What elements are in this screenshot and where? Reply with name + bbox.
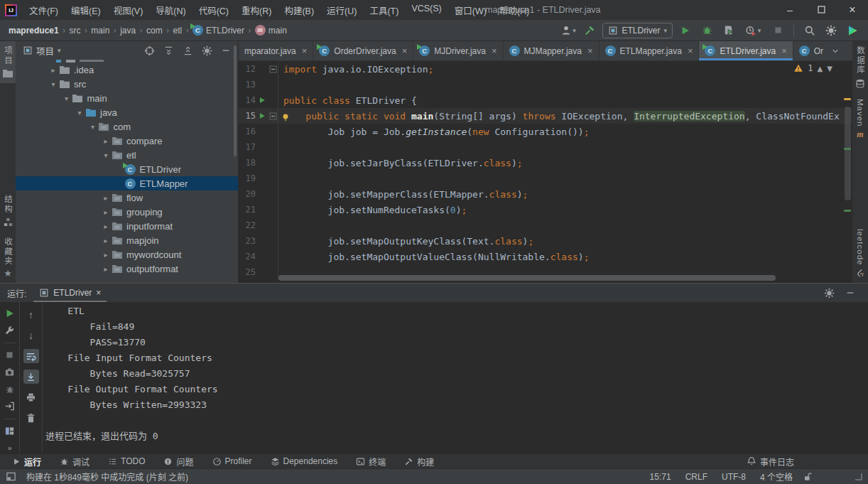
console-settings-button[interactable] — [821, 286, 837, 300]
tree-item-outputformat[interactable]: ▸outputformat — [16, 262, 238, 276]
close-icon[interactable]: × — [302, 45, 308, 56]
code-line-22[interactable]: 22 — [239, 217, 852, 233]
dump-threads-button[interactable] — [2, 367, 18, 377]
tree-item-mywordcount[interactable]: ▸mywordcount — [16, 247, 238, 262]
tree-item-com[interactable]: ▾com — [16, 119, 238, 134]
code-line-17[interactable]: 17 — [239, 139, 852, 155]
file-encoding[interactable]: UTF-8 — [717, 472, 750, 482]
stripe-mark-green[interactable] — [844, 210, 851, 212]
caret-position[interactable]: 15:71 — [646, 472, 676, 482]
tree-item-mapjoin[interactable]: ▸mapjoin — [16, 233, 238, 247]
toolwindow-问题[interactable]: 问题 — [163, 456, 193, 468]
tree-chevron-icon[interactable]: ▾ — [101, 151, 111, 159]
menu-item[interactable]: 视图(V) — [107, 4, 150, 17]
build-hammer-button[interactable] — [581, 23, 598, 38]
project-panel-title[interactable]: 项目 — [36, 44, 54, 58]
more-actions-button[interactable]: » — [2, 443, 18, 453]
chevron-down-icon[interactable]: ▾ — [58, 47, 61, 54]
plugin-button[interactable] — [844, 23, 861, 38]
toolwindow-Dependencies[interactable]: Dependencies — [271, 456, 338, 468]
tree-chevron-icon[interactable]: ▾ — [62, 95, 72, 102]
breadcrumb-item[interactable]: main — [89, 26, 111, 36]
soft-wrap-toggle[interactable] — [23, 349, 39, 363]
panel-settings-button[interactable] — [199, 43, 215, 58]
breadcrumb-item[interactable]: mapreduce1 — [7, 26, 60, 36]
editor-tab-ETLDriver.java[interactable]: CETLDriver.java× — [699, 41, 793, 60]
breadcrumb-item[interactable]: C ETLDriver — [191, 25, 246, 36]
tree-item-java[interactable]: ▾java — [16, 105, 238, 119]
code-line-18[interactable]: 18 job.setJarByClass(ETLDriver.class); — [239, 155, 852, 171]
stripe-item-收藏夹[interactable]: 收藏夹★ — [0, 232, 16, 284]
maximize-button[interactable] — [805, 0, 837, 20]
tree-chevron-icon[interactable]: ▸ — [48, 66, 58, 74]
tree-chevron-icon[interactable]: ▸ — [101, 237, 111, 244]
menu-item[interactable]: 编辑(E) — [65, 4, 107, 17]
restore-layout-button[interactable] — [2, 425, 18, 436]
rerun-button[interactable] — [2, 308, 18, 318]
scroll-to-end-toggle[interactable] — [23, 370, 39, 384]
breadcrumb-item[interactable]: m main — [254, 25, 288, 36]
collapse-all-button[interactable] — [180, 43, 195, 58]
event-log-button[interactable]: 事件日志 — [747, 456, 794, 468]
down-stack-button[interactable]: ↓ — [23, 328, 39, 343]
next-warning-button[interactable]: ▼ — [827, 65, 832, 72]
editor-tab-Or[interactable]: COr — [793, 41, 826, 60]
tree-item-ETLDriver[interactable]: CETLDriver — [16, 162, 238, 176]
stripe-item-leetcode[interactable]: leetcode — [852, 224, 868, 283]
code-line-14[interactable]: 14public class ETLDriver { — [239, 92, 852, 108]
tree-chevron-icon[interactable]: ▾ — [48, 80, 58, 88]
code-line-19[interactable]: 19 — [239, 171, 852, 186]
menu-item[interactable]: 工具(T) — [363, 4, 405, 17]
lock-icon[interactable] — [803, 472, 813, 482]
expand-all-button[interactable] — [161, 43, 176, 58]
menu-item[interactable]: 导航(N) — [149, 4, 192, 17]
resize-grip[interactable] — [855, 473, 862, 480]
tree-chevron-icon[interactable]: ▸ — [101, 208, 111, 216]
hide-console-button[interactable] — [842, 286, 858, 300]
stripe-mark-green[interactable] — [844, 148, 851, 150]
intention-bulb-icon[interactable] — [281, 113, 290, 125]
tree-chevron-icon[interactable]: ▾ — [88, 123, 98, 131]
tree-chevron-icon[interactable]: ▾ — [75, 109, 85, 117]
search-everywhere-button[interactable] — [801, 23, 818, 38]
menu-item[interactable]: 重构(R) — [235, 4, 278, 17]
run-config-select[interactable]: ETLDriver ▾ — [602, 23, 673, 38]
stripe-item-结构[interactable]: 结构 — [0, 190, 16, 232]
stripe-item-项目[interactable]: 项目 — [0, 41, 16, 83]
code-line-13[interactable]: 13 — [239, 77, 852, 92]
toolwindow-TODO[interactable]: TODO — [108, 456, 145, 468]
toolwindow-运行[interactable]: 运行 — [13, 456, 41, 468]
breadcrumb-item[interactable]: com — [145, 26, 164, 36]
tree-item-compare[interactable]: ▸compare — [16, 134, 238, 148]
tree-item-src[interactable]: ▾src — [16, 77, 238, 91]
toolwindow-调试[interactable]: 调试 — [60, 456, 89, 468]
breadcrumb-item[interactable]: src — [68, 26, 82, 36]
menu-item[interactable]: 代码(C) — [192, 4, 235, 17]
tree-item-grouping[interactable]: ▸grouping — [16, 205, 238, 219]
editor-tab-mparator.java[interactable]: mparator.java× — [239, 41, 313, 60]
tree-item-ETLMapper[interactable]: CETLMapper — [16, 176, 238, 190]
code-line-12[interactable]: 12import java.io.IOException; — [239, 61, 852, 77]
select-opened-file-button[interactable] — [141, 43, 157, 58]
editor-horizontal-scrollbar[interactable] — [278, 275, 776, 281]
gutter-fold-slot[interactable] — [268, 65, 278, 73]
debug-button[interactable] — [698, 23, 715, 38]
stripe-item-数据库[interactable]: 数据库 — [852, 41, 868, 94]
up-stack-button[interactable]: ↑ — [23, 308, 39, 322]
toolwindow-构建[interactable]: 构建 — [404, 456, 434, 468]
tree-item-inputformat[interactable]: ▸inputformat — [16, 219, 238, 233]
editor-tab-ETLMapper.java[interactable]: CETLMapper.java× — [600, 41, 700, 60]
editor-tab-MJDriver.java[interactable]: CMJDriver.java× — [413, 41, 503, 60]
tree-chevron-icon[interactable]: ▸ — [101, 137, 111, 145]
close-icon[interactable]: × — [781, 45, 787, 56]
gutter-run-slot[interactable] — [256, 97, 268, 104]
line-separator[interactable]: CRLF — [681, 472, 712, 482]
tree-item-.idea[interactable]: ▸.idea — [16, 63, 238, 77]
close-icon[interactable]: × — [402, 45, 408, 56]
code-line-21[interactable]: 21 job.setNumReduceTasks(0); — [239, 202, 852, 217]
status-message[interactable]: 构建在 1秒849毫秒 中成功完成 (片刻 之前) — [22, 470, 192, 483]
indent-config[interactable]: 4 个空格 — [756, 470, 797, 483]
stripe-item-Maven[interactable]: Mavenm — [852, 94, 868, 146]
code-editor[interactable]: 12import java.io.IOException;1314public … — [239, 61, 852, 283]
tree-item-main[interactable]: ▾main — [16, 91, 238, 105]
